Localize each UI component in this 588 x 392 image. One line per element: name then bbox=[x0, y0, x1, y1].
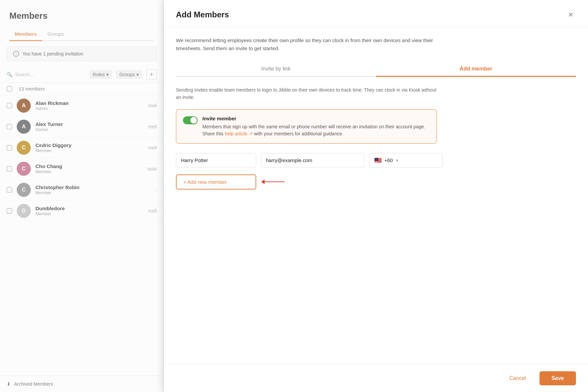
members-panel: Members Members Groups i You have 1 pend… bbox=[0, 0, 164, 392]
member-name: Dumbledore bbox=[35, 206, 143, 211]
arrow-line bbox=[265, 181, 285, 182]
list-item: A Alan Rickman Admin meli bbox=[0, 95, 164, 116]
member-info: Alan Rickman Admin bbox=[35, 100, 143, 111]
avatar: A bbox=[17, 120, 31, 134]
member-info: Cho Chang Member bbox=[35, 163, 142, 174]
pending-banner: i You have 1 pending invitation bbox=[7, 46, 157, 61]
flag-icon: 🇲🇾 bbox=[374, 157, 382, 164]
archived-label: Archived Members bbox=[14, 381, 53, 387]
member-role: Member bbox=[35, 169, 142, 174]
member-name: Cho Chang bbox=[35, 163, 142, 169]
pending-text: You have 1 pending invitation bbox=[22, 51, 83, 56]
member-checkbox[interactable] bbox=[7, 187, 12, 192]
left-header: Members Members Groups bbox=[0, 0, 164, 41]
member-email: meli bbox=[148, 103, 157, 108]
member-name: Alex Turner bbox=[35, 121, 143, 127]
avatar: D bbox=[17, 204, 31, 218]
list-item: A Alex Turner Owner meli bbox=[0, 116, 164, 137]
invite-box-title: Invite member bbox=[202, 116, 430, 121]
list-item: C Christopher Robin Member - bbox=[0, 179, 164, 201]
modal-footer: Cancel Save bbox=[164, 364, 588, 392]
cancel-button[interactable]: Cancel bbox=[503, 372, 533, 385]
modal-tabs: Invite by link Add member bbox=[176, 62, 576, 77]
tab-subtitle: Sending invites enable team members to l… bbox=[176, 86, 437, 101]
member-email: syas bbox=[147, 166, 157, 171]
phone-code: +60 bbox=[384, 157, 393, 163]
email-input[interactable] bbox=[261, 153, 365, 167]
avatar: A bbox=[17, 99, 31, 113]
member-count-row: 13 members bbox=[0, 83, 164, 95]
member-form-row: 🇲🇾 +60 ▾ bbox=[176, 153, 576, 168]
member-info: Dumbledore Member bbox=[35, 206, 143, 216]
member-email: meli bbox=[148, 145, 157, 150]
select-all-checkbox[interactable] bbox=[7, 86, 12, 92]
panel-title: Members bbox=[9, 11, 154, 21]
modal-title: Add Members bbox=[176, 10, 229, 19]
member-checkbox[interactable] bbox=[7, 145, 12, 150]
invite-box-desc: Members that sign up with the same email… bbox=[202, 123, 430, 137]
phone-chevron-icon: ▾ bbox=[396, 158, 398, 163]
search-icon: 🔍 bbox=[7, 72, 12, 77]
roles-filter[interactable]: Roles ▾ bbox=[89, 70, 112, 79]
modal-header: Add Members ✕ bbox=[164, 0, 588, 27]
member-email: - bbox=[155, 187, 157, 192]
save-button[interactable]: Save bbox=[540, 371, 576, 385]
member-checkbox[interactable] bbox=[7, 208, 12, 214]
tab-add-member[interactable]: Add member bbox=[376, 62, 576, 77]
name-input[interactable] bbox=[176, 153, 256, 167]
member-role: Member bbox=[35, 211, 143, 216]
member-role: Member bbox=[35, 148, 143, 153]
search-box[interactable]: 🔍 Search... bbox=[7, 72, 85, 77]
member-name: Christopher Robin bbox=[35, 184, 151, 190]
member-count: 13 members bbox=[19, 86, 45, 92]
member-info: Christopher Robin Member bbox=[35, 184, 151, 195]
add-members-modal: Add Members ✕ We recommend letting emplo… bbox=[164, 0, 588, 392]
list-item: C Cho Chang Member syas bbox=[0, 158, 164, 179]
member-info: Cedric Diggory Member bbox=[35, 142, 143, 153]
tab-groups[interactable]: Groups bbox=[42, 28, 69, 41]
invite-member-box: Invite member Members that sign up with … bbox=[176, 109, 437, 144]
member-email: meli bbox=[148, 208, 157, 214]
members-list: 13 members A Alan Rickman Admin meli A A… bbox=[0, 83, 164, 376]
left-tabs: Members Groups bbox=[9, 28, 154, 41]
add-new-member-button[interactable]: + Add new member bbox=[176, 174, 256, 189]
member-info: Alex Turner Owner bbox=[35, 121, 143, 132]
phone-input[interactable]: 🇲🇾 +60 ▾ bbox=[369, 153, 443, 168]
invite-box-content: Invite member Members that sign up with … bbox=[202, 116, 430, 137]
list-item: C Cedric Diggory Member meli bbox=[0, 137, 164, 158]
chevron-down-icon: ▾ bbox=[106, 72, 109, 77]
archive-icon: ⬇ bbox=[7, 381, 11, 387]
avatar: C bbox=[17, 141, 31, 155]
member-role: Member bbox=[35, 190, 151, 195]
groups-filter[interactable]: Groups ▾ bbox=[116, 70, 142, 79]
member-checkbox[interactable] bbox=[7, 103, 12, 108]
member-role: Owner bbox=[35, 127, 143, 132]
search-placeholder: Search... bbox=[15, 72, 34, 77]
member-email: meli bbox=[148, 124, 157, 129]
list-item: D Dumbledore Member meli bbox=[0, 201, 164, 222]
chevron-down-icon: ▾ bbox=[136, 72, 139, 77]
invite-toggle[interactable] bbox=[183, 116, 198, 124]
avatar: C bbox=[17, 162, 31, 176]
avatar: C bbox=[17, 183, 31, 197]
modal-body: We recommend letting employees create th… bbox=[164, 27, 588, 364]
member-checkbox[interactable] bbox=[7, 124, 12, 129]
arrow-indicator bbox=[262, 179, 285, 184]
tab-members[interactable]: Members bbox=[9, 28, 42, 41]
member-checkbox[interactable] bbox=[7, 166, 12, 171]
info-icon: i bbox=[13, 51, 19, 57]
close-button[interactable]: ✕ bbox=[565, 9, 576, 20]
add-button[interactable]: + bbox=[146, 69, 157, 80]
member-name: Alan Rickman bbox=[35, 100, 143, 106]
intro-text: We recommend letting employees create th… bbox=[176, 36, 437, 52]
arrow-head-icon bbox=[261, 179, 265, 184]
search-filter-row: 🔍 Search... Roles ▾ Groups ▾ + bbox=[0, 67, 164, 83]
tab-invite-by-link[interactable]: Invite by link bbox=[176, 62, 376, 77]
help-article-link[interactable]: help article ↗ bbox=[225, 131, 253, 136]
archived-row[interactable]: ⬇ Archived Members bbox=[0, 376, 164, 392]
member-role: Admin bbox=[35, 106, 143, 111]
member-name: Cedric Diggory bbox=[35, 142, 143, 148]
